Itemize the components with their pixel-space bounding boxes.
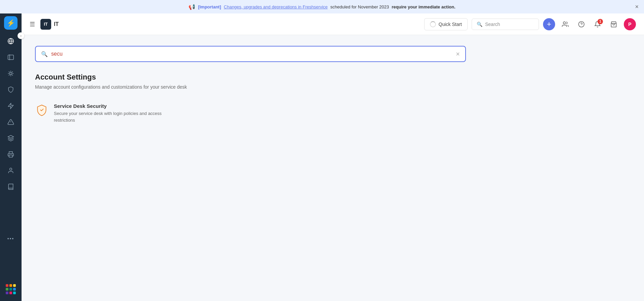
content-search-input[interactable] xyxy=(51,51,452,57)
svg-point-9 xyxy=(10,168,12,171)
bug-icon xyxy=(7,70,14,77)
svg-marker-7 xyxy=(8,136,14,138)
shield-nav-icon xyxy=(7,86,14,93)
section-title: Account Settings xyxy=(35,73,631,82)
search-placeholder: Search xyxy=(485,22,500,27)
page-content: 🔍 × Account Settings Manage account conf… xyxy=(22,35,644,301)
printer-icon xyxy=(7,151,14,158)
content-search-clear-button[interactable]: × xyxy=(456,51,460,57)
sidebar-item-problems[interactable] xyxy=(3,66,18,81)
alert-icon xyxy=(7,119,14,125)
more-icon: ••• xyxy=(7,236,14,241)
sidebar-grid[interactable] xyxy=(4,283,17,296)
content-search-icon: 🔍 xyxy=(41,51,48,57)
security-card-icon xyxy=(35,103,48,117)
svg-point-4 xyxy=(10,72,12,75)
announcement-close-button[interactable]: × xyxy=(635,4,639,10)
user-avatar[interactable]: P xyxy=(624,18,636,30)
spinner-icon xyxy=(430,21,436,27)
announcement-bar: 📢 [Important] Changes, upgrades and depr… xyxy=(0,0,644,13)
sidebar-item-book[interactable] xyxy=(3,179,18,194)
globe-icon xyxy=(7,38,14,44)
book-icon xyxy=(7,183,14,190)
help-button[interactable] xyxy=(575,18,587,30)
dot-yellow xyxy=(13,284,16,287)
megaphone-icon: 📢 xyxy=(189,4,195,10)
svg-point-11 xyxy=(579,21,584,27)
add-icon: + xyxy=(547,21,551,28)
brand-icon: IT xyxy=(40,19,51,30)
dot-indigo xyxy=(6,292,8,294)
dot-blue xyxy=(13,288,16,291)
header: ☰ IT IT Quick Start 🔍 Search + xyxy=(22,13,644,35)
agent-icon xyxy=(562,21,569,28)
sidebar-item-layers[interactable] xyxy=(3,131,18,146)
announcement-link[interactable]: Changes, upgrades and deprecations in Fr… xyxy=(224,4,328,9)
security-card-content: Service Desk Security Secure your servic… xyxy=(54,103,170,123)
dot-red xyxy=(6,284,8,287)
marketplace-button[interactable] xyxy=(608,18,620,30)
hamburger-button[interactable]: ☰ xyxy=(30,21,35,28)
add-button[interactable]: + xyxy=(543,18,555,30)
quick-start-label: Quick Start xyxy=(439,22,462,27)
announcement-middle: scheduled for November 2023 xyxy=(330,4,389,9)
settings-card-security[interactable]: Service Desk Security Secure your servic… xyxy=(35,98,170,129)
svg-rect-2 xyxy=(8,55,14,59)
sidebar-item-shield[interactable] xyxy=(3,82,18,97)
agent-button[interactable] xyxy=(559,18,571,30)
sidebar-logo[interactable]: ⚡ xyxy=(4,16,18,30)
security-card-title: Service Desk Security xyxy=(54,103,170,109)
notification-badge: 1 xyxy=(598,19,603,24)
dot-teal xyxy=(9,288,12,291)
dot-cyan xyxy=(13,292,16,294)
sidebar: ⚡ xyxy=(0,13,22,301)
user-circle-icon xyxy=(7,167,14,174)
sidebar-toggle-button[interactable]: › xyxy=(18,32,24,39)
svg-point-10 xyxy=(563,22,566,24)
quick-start-button[interactable]: Quick Start xyxy=(424,18,468,30)
announcement-prefix: [Important] xyxy=(198,4,221,9)
sidebar-more-button[interactable]: ••• xyxy=(3,231,18,246)
header-brand: IT IT xyxy=(40,19,59,30)
help-icon xyxy=(578,21,585,28)
search-icon: 🔍 xyxy=(477,22,482,27)
sidebar-item-user[interactable] xyxy=(3,163,18,178)
dot-green xyxy=(6,288,8,291)
content-area: ☰ IT IT Quick Start 🔍 Search + xyxy=(22,13,644,301)
notifications-button[interactable]: 1 xyxy=(591,18,604,30)
bolt-icon: ⚡ xyxy=(7,19,15,27)
sidebar-item-bolt[interactable] xyxy=(3,98,18,113)
search-bar[interactable]: 🔍 Search xyxy=(472,19,539,30)
dot-pink xyxy=(9,292,12,294)
marketplace-icon xyxy=(610,21,617,28)
ticket-icon xyxy=(7,54,14,61)
content-search-box[interactable]: 🔍 × xyxy=(35,46,466,62)
sidebar-item-printer[interactable] xyxy=(3,147,18,162)
dot-orange xyxy=(9,284,12,287)
layers-icon xyxy=(7,135,14,142)
sidebar-item-tickets[interactable] xyxy=(3,50,18,65)
security-card-description: Secure your service desk with login poli… xyxy=(54,110,170,123)
announcement-bold: require your immediate action. xyxy=(392,4,455,9)
svg-rect-8 xyxy=(9,155,12,157)
sidebar-item-alert[interactable] xyxy=(3,115,18,129)
section-subtitle: Manage account configurations and custom… xyxy=(35,84,631,90)
brand-label: IT xyxy=(54,21,59,27)
sidebar-item-globe[interactable] xyxy=(3,34,18,49)
bolt-nav-icon xyxy=(7,102,14,109)
